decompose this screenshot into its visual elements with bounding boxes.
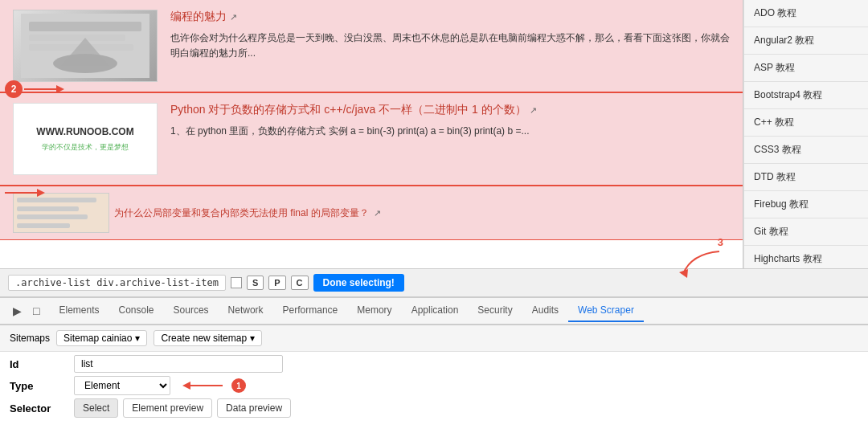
- sidebar-item-8[interactable]: Git 教程: [744, 218, 868, 246]
- type-select[interactable]: Element: [74, 376, 170, 395]
- devtool-tab-web-scraper[interactable]: Web Scraper: [568, 300, 644, 322]
- type-label: Type: [10, 380, 74, 392]
- sidebar-item-6[interactable]: DTD 教程: [744, 164, 868, 191]
- devtool-tab-network[interactable]: Network: [219, 300, 273, 322]
- sitemap-dropdown-button[interactable]: Sitemap cainiao ▾: [56, 330, 147, 346]
- selector-tab-element-preview[interactable]: Element preview: [123, 398, 212, 418]
- devtool-tab-sources[interactable]: Sources: [164, 300, 219, 322]
- selector-label: Selector: [10, 402, 74, 414]
- annotation-num-1: 1: [231, 378, 246, 393]
- ext-link-icon-partial: ↗: [374, 208, 381, 218]
- sidebar-item-2[interactable]: ASP 教程: [744, 55, 868, 82]
- devtools-tab-bar: ▶ □ ElementsConsoleSourcesNetworkPerform…: [0, 297, 868, 325]
- sidebar-item-7[interactable]: Firebug 教程: [744, 191, 868, 218]
- sidebar-item-3[interactable]: Bootstrap4 教程: [744, 82, 868, 109]
- article-item-1: 编程的魅力 ↗ 也许你会对为什么程序员总是一天到晚、没白没黑、周末也不休息的总是…: [0, 0, 743, 93]
- selector-form-row: Selector SelectElement previewData previ…: [10, 398, 858, 418]
- selector-bar: .archive-list div.archive-list-item S P …: [0, 268, 868, 297]
- sidebar-item-5[interactable]: CSS3 教程: [744, 137, 868, 164]
- selector-checkbox[interactable]: [231, 277, 242, 288]
- type-arrow-container: Element 1: [74, 376, 246, 395]
- runoob-tagline: 学的不仅是技术，更是梦想: [42, 142, 129, 153]
- scraper-form: Id Type Element 1: [0, 352, 868, 421]
- article-desc-1: 也许你会对为什么程序员总是一天到晚、没白没黑、周末也不休息的总是趴在电脑前编程大…: [170, 31, 730, 61]
- article-desc-2: 1、在 python 里面，负数的存储方式 实例 a = bin(-3) pri…: [170, 124, 730, 139]
- sidebar-item-4[interactable]: C++ 教程: [744, 109, 868, 137]
- sitemap-bar: Sitemaps Sitemap cainiao ▾ Create new si…: [0, 325, 868, 352]
- selector-tab-select[interactable]: Select: [74, 398, 118, 418]
- devtool-tab-application[interactable]: Application: [402, 300, 469, 322]
- article-title-2: Python 对于负数的存储方式和 c++/c/java 不一样（二进制中 1 …: [170, 103, 730, 117]
- selector-tab-data-preview[interactable]: Data preview: [217, 398, 291, 418]
- svg-marker-12: [182, 382, 190, 390]
- css-selector-text: .archive-list div.archive-list-item: [8, 275, 226, 291]
- svg-rect-1: [29, 22, 141, 31]
- article-text-1: 编程的魅力 ↗ 也许你会对为什么程序员总是一天到晚、没白没黑、周末也不休息的总是…: [170, 10, 730, 82]
- article-thumb-partial: [13, 193, 109, 233]
- devtool-tab-elements[interactable]: Elements: [49, 300, 108, 322]
- article-thumb-1: [13, 10, 158, 82]
- devtools-icons: ▶ □: [3, 303, 49, 319]
- ext-link-icon-2: ↗: [530, 105, 537, 116]
- runoob-brand-text: WWW.RUNOOB.COM: [36, 126, 133, 137]
- partial-title-row: 为什么公局部变量和复合内部类无法使用 final 的局部变量？ ↗: [114, 206, 381, 220]
- selector-action-buttons: SelectElement previewData preview: [74, 398, 291, 418]
- devtool-tab-memory[interactable]: Memory: [347, 300, 401, 322]
- id-form-row: Id: [10, 355, 858, 373]
- bottom-panel: Sitemaps Sitemap cainiao ▾ Create new si…: [0, 325, 868, 412]
- ext-link-icon-1: ↗: [230, 12, 237, 22]
- sitemaps-label: Sitemaps: [10, 333, 50, 344]
- cursor-icon[interactable]: ▶: [10, 303, 25, 319]
- id-label: Id: [10, 358, 74, 370]
- annotation-arrow-1-svg: [178, 377, 227, 394]
- badge-c[interactable]: C: [291, 276, 309, 290]
- article-item-2: WWW.RUNOOB.COM 学的不仅是技术，更是梦想 Python 对于负数的…: [0, 93, 743, 186]
- inspect-icon[interactable]: □: [30, 303, 43, 319]
- create-sitemap-button[interactable]: Create new sitemap ▾: [154, 330, 262, 346]
- article-title-1: 编程的魅力 ↗: [170, 10, 730, 24]
- devtool-tab-console[interactable]: Console: [109, 300, 164, 322]
- devtool-tab-performance[interactable]: Performance: [273, 300, 348, 322]
- article-text-2: Python 对于负数的存储方式和 c++/c/java 不一样（二进制中 1 …: [170, 103, 730, 175]
- article-thumb-2: WWW.RUNOOB.COM 学的不仅是技术，更是梦想: [13, 103, 158, 175]
- sidebar-item-1[interactable]: Angular2 教程: [744, 27, 868, 55]
- svg-rect-2: [29, 35, 125, 41]
- badge-s[interactable]: S: [247, 276, 264, 290]
- chevron-down-icon-2: ▾: [250, 333, 255, 344]
- sidebar-item-0[interactable]: ADO 教程: [744, 0, 868, 27]
- badge-p[interactable]: P: [268, 276, 285, 290]
- devtool-tab-security[interactable]: Security: [468, 300, 522, 322]
- devtool-tab-audits[interactable]: Audits: [522, 300, 568, 322]
- done-selecting-button[interactable]: Done selecting!: [313, 274, 404, 292]
- sidebar-panel: ADO 教程Angular2 教程ASP 教程Bootstrap4 教程C++ …: [743, 0, 868, 297]
- id-input[interactable]: [74, 355, 283, 373]
- article-item-partial: 为什么公局部变量和复合内部类无法使用 final 的局部变量？ ↗: [0, 186, 743, 240]
- chevron-down-icon: ▾: [135, 333, 140, 344]
- type-form-row: Type Element 1: [10, 376, 858, 395]
